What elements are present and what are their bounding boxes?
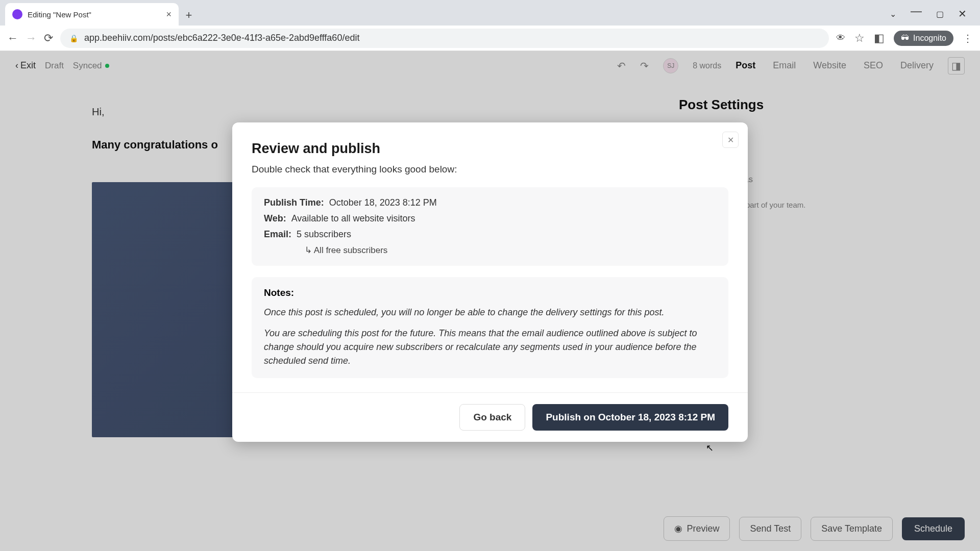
incognito-icon: 🕶 (901, 34, 909, 43)
back-icon[interactable]: ← (7, 32, 18, 45)
modal-subtitle: Double check that everything looks good … (252, 164, 728, 175)
incognito-badge: 🕶 Incognito (894, 31, 953, 46)
browser-toolbar: ← → ⟳ 🔒 app.beehiiv.com/posts/ebc6a222-3… (0, 26, 980, 51)
chevron-down-icon[interactable]: ⌄ (890, 9, 896, 19)
minimize-icon[interactable]: — (911, 5, 922, 18)
row-web: Web: Available to all website visitors (264, 213, 716, 224)
web-label: Web: (264, 213, 286, 224)
email-segment: ↳ All free subscribers (305, 245, 716, 256)
maximize-icon[interactable]: ▢ (936, 9, 944, 19)
kebab-menu-icon[interactable]: ⋮ (963, 32, 973, 44)
close-modal-button[interactable]: ✕ (722, 132, 739, 148)
review-publish-modal: ✕ Review and publish Double check that e… (232, 122, 748, 442)
window-controls: ⌄ — ▢ ✕ (890, 7, 980, 26)
web-value: Available to all website visitors (291, 213, 415, 224)
go-back-button[interactable]: Go back (459, 404, 525, 431)
modal-footer: Go back Publish on October 18, 2023 8:12… (232, 392, 748, 442)
email-label: Email: (264, 229, 291, 240)
favicon (12, 9, 22, 19)
publish-button[interactable]: Publish on October 18, 2023 8:12 PM (532, 404, 728, 431)
close-tab-icon[interactable]: × (166, 9, 172, 20)
new-tab-button[interactable]: + (179, 5, 199, 26)
incognito-label: Incognito (913, 34, 946, 43)
tab-title: Editing "New Post" (28, 10, 161, 19)
address-bar[interactable]: 🔒 app.beehiiv.com/posts/ebc6a222-3e0e-41… (60, 29, 829, 48)
row-email: Email: 5 subscribers (264, 229, 716, 240)
close-window-icon[interactable]: ✕ (958, 8, 967, 20)
note-2: You are scheduling this post for the fut… (264, 327, 716, 368)
email-value: 5 subscribers (297, 229, 351, 240)
url-text: app.beehiiv.com/posts/ebc6a222-3e0e-41f3… (84, 33, 359, 43)
extensions-icon[interactable]: ◧ (874, 32, 885, 45)
row-publish-time: Publish Time: October 18, 2023 8:12 PM (264, 197, 716, 208)
publish-summary-box: Publish Time: October 18, 2023 8:12 PM W… (252, 187, 728, 266)
publish-time-value: October 18, 2023 8:12 PM (329, 197, 437, 208)
browser-tab[interactable]: Editing "New Post" × (5, 3, 179, 26)
browser-tab-strip: Editing "New Post" × + ⌄ — ▢ ✕ (0, 0, 980, 26)
forward-icon[interactable]: → (26, 32, 37, 45)
publish-time-label: Publish Time: (264, 197, 324, 208)
notes-title: Notes: (264, 287, 716, 298)
note-1: Once this post is scheduled, you will no… (264, 306, 716, 319)
eye-off-icon[interactable]: 👁 (836, 33, 845, 43)
modal-title: Review and publish (252, 141, 728, 157)
notes-box: Notes: Once this post is scheduled, you … (252, 277, 728, 378)
lock-icon: 🔒 (69, 34, 78, 42)
star-icon[interactable]: ☆ (854, 32, 865, 45)
reload-icon[interactable]: ⟳ (44, 32, 53, 45)
